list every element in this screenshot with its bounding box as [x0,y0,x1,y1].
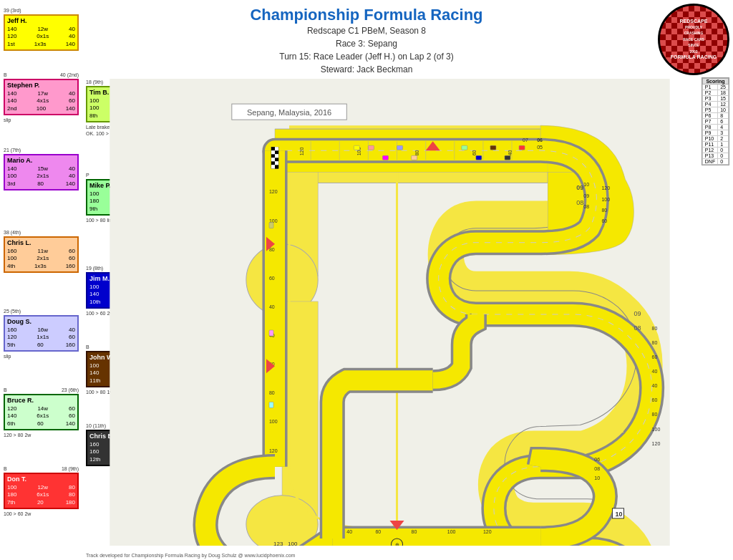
svg-rect-52 [368,145,374,150]
svg-text:100: 100 [269,419,278,424]
svg-rect-40 [275,147,278,150]
svg-text:80: 80 [652,412,658,417]
svg-rect-42 [275,150,278,154]
svg-rect-39 [271,147,275,150]
svg-text:Sepang, Malaysia, 2016: Sepang, Malaysia, 2016 [247,108,331,117]
player-card-chris-l: 38 (4th) Chris L. 16011w60 1002x1s60 4th… [4,229,79,273]
svg-rect-58 [490,145,496,150]
svg-rect-44 [275,154,278,158]
svg-text:120: 120 [652,441,661,446]
page-header: Championship Formula Racing Redscape C1 … [115,6,618,76]
svg-text:60: 60 [601,218,607,223]
svg-text:40: 40 [346,529,352,534]
svg-rect-46 [275,158,278,161]
logo: REDSCAPE PROUDLYCRASHINGRACE CARSSINCE20… [658,4,729,75]
svg-text:10: 10 [615,511,622,518]
svg-rect-48 [275,161,278,165]
svg-text:10: 10 [583,182,589,187]
svg-text:09: 09 [634,310,641,317]
svg-rect-61 [269,223,273,228]
svg-rect-41 [271,150,275,154]
svg-text:60: 60 [472,150,477,155]
svg-text:09: 09 [583,193,589,198]
svg-rect-62 [269,330,273,336]
svg-rect-53 [382,155,388,160]
svg-text:06: 06 [537,137,543,143]
svg-rect-55 [412,155,417,160]
svg-text:08: 08 [583,204,589,209]
svg-rect-50 [275,165,278,168]
player-card-stephen-p: B40 (2nd) Stephen P. 14017w40 1404x1s60 … [4,72,79,123]
player-card-jeff-h: 39 (3rd) Jeff H. 14012w40 1200x1s40 1st1… [4,7,79,51]
player-card-bruce-r: B23 (6th) Bruce R. 12014w60 1406x1s60 6t… [4,387,79,438]
subtitle: Redscape C1 PBeM, Season 8 Race 3: Sepan… [115,24,618,76]
svg-rect-51 [354,145,359,150]
svg-rect-49 [271,165,275,168]
svg-text:120: 120 [269,448,278,453]
svg-text:07: 07 [523,137,528,143]
svg-rect-57 [476,155,482,160]
svg-text:08: 08 [594,466,600,471]
page-title: Championship Formula Racing [115,6,618,24]
svg-rect-56 [462,145,467,150]
svg-text:10: 10 [594,475,600,481]
svg-text:123: 123 [273,541,283,546]
svg-text:40: 40 [652,369,658,374]
svg-text:40: 40 [652,383,658,388]
svg-text:80: 80 [601,208,607,213]
svg-text:09: 09 [576,184,583,191]
footer-text: Track developed for Championship Formula… [86,553,690,558]
svg-text:120: 120 [299,148,304,156]
svg-text:80: 80 [414,150,419,155]
player-card-don-t: B18 (9th) Don T. 10012w80 1806x1s80 7th2… [4,465,79,517]
svg-text:05: 05 [537,145,543,150]
svg-rect-54 [397,145,403,150]
svg-rect-59 [505,155,510,160]
player-card-mario-a: 21 (7th) Mario A. 14015w40 1002x1s40 3rd… [4,147,79,190]
svg-text:120: 120 [601,185,610,190]
svg-text:40: 40 [269,304,275,309]
svg-text:⊕: ⊕ [395,542,399,546]
svg-text:120: 120 [483,529,492,534]
svg-text:80: 80 [652,340,658,345]
svg-text:100: 100 [288,541,298,546]
svg-text:80: 80 [269,390,275,395]
svg-text:60: 60 [375,529,381,534]
svg-text:80: 80 [412,529,417,534]
track-area: Sepang, Malaysia, 2016 [86,79,694,546]
svg-text:08: 08 [576,199,583,206]
svg-rect-60 [519,145,525,150]
svg-text:06: 06 [594,457,600,462]
svg-text:60: 60 [652,354,658,359]
svg-rect-47 [271,161,275,165]
svg-text:60: 60 [269,276,275,281]
svg-text:100: 100 [652,427,661,432]
svg-rect-43 [271,154,275,158]
svg-text:100: 100 [601,197,610,202]
svg-rect-45 [271,158,275,161]
svg-text:40: 40 [508,150,513,155]
svg-text:08: 08 [634,324,641,332]
svg-text:60: 60 [652,397,658,402]
svg-text:80: 80 [652,326,658,331]
svg-text:120: 120 [269,189,278,194]
player-card-doug-s: 25 (5th) Doug S. 16016w40 1201x1s60 5th6… [4,308,79,359]
svg-rect-63 [269,402,273,407]
svg-text:100: 100 [447,529,456,534]
